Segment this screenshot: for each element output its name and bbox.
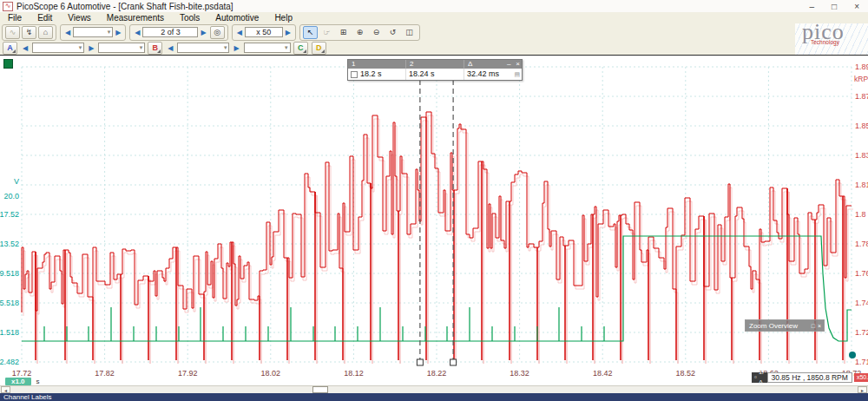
zoom-undo-button[interactable]: ↺ [385,26,400,39]
x-axis-tick-label: 18.42 [593,369,613,378]
channel-b-label: B [153,43,159,52]
menu-help[interactable]: Help [266,13,300,23]
scrollbar-thumb[interactable] [312,386,328,393]
buffer-indicator[interactable]: 2 of 3 [142,27,198,37]
toolbar-group-notes: ◀ ▾ ▶ [60,24,126,41]
left-axis-unit: V [14,177,19,186]
menu-automotive[interactable]: Automotive [207,13,266,23]
buffer-next-button[interactable]: ▶ [198,27,208,38]
channel-b-button[interactable]: B [148,42,162,55]
main-toolbar: ∿ ↯ ⌂ ◀ ▾ ▶ ◀ 2 of 3 ▶ ◎ ◀ x 50 ▶ ↖ ☞ ⊞ … [0,23,868,41]
right-axis-tick-label: 1.818 [855,181,868,189]
cursor-tool-button[interactable]: ↖ [303,26,318,39]
waveform-area[interactable]: 17.7217.8217.9218.0218.1218.2218.3218.42… [0,56,868,385]
window-title: PicoScope 6 Automotive - [Crank Shaft Fi… [16,2,233,11]
time-multiplier-badge: x1.0 [5,378,31,385]
zoom-overview-popup[interactable]: Zoom Overview □ × [745,319,825,332]
ruler-1-value-cell: 18.2 s [348,69,406,80]
left-axis-tick-label: 5.518 [0,299,19,307]
left-axis-tick-label: 1.518 [0,328,19,337]
buffer-prev-button[interactable]: ◀ [132,27,142,38]
zoom-overview-close-icon[interactable]: × [818,323,821,329]
zoom-in-button[interactable]: ⊕ [352,26,367,39]
channel-b-range-dropdown[interactable]: ▾ [177,43,229,53]
restore-button[interactable]: □ [832,2,837,11]
right-axis-tick-label: 1.836 [855,151,868,160]
delta-symbol: Δ [468,60,472,69]
waveform-plot[interactable]: 17.7217.8217.9218.0218.1218.2218.3218.42… [0,56,868,385]
zoom-factor-prev-button[interactable]: ◀ [234,27,245,38]
ruler-box-minimize-button[interactable]: – [505,60,512,69]
zoom-factor-next-button[interactable]: ▶ [283,27,293,38]
left-axis-tick-label: 13.52 [0,240,19,248]
horizontal-scrollbar[interactable]: ◂ ▸ [0,385,868,393]
notes-dropdown[interactable]: ▾ [73,27,113,37]
notes-next-button[interactable]: ▶ [113,27,123,38]
channel-a-range-down[interactable]: ◀ [20,43,30,54]
right-axis-tick-label: 1.8 [855,210,866,219]
zoom-overview-restore-icon[interactable]: □ [812,323,815,329]
channel-b-coupling-dropdown[interactable]: ▾ [244,43,291,53]
close-button[interactable]: × [854,2,859,11]
right-axis-tick-label: 1.872 [855,92,868,101]
waveform-view-button[interactable]: ∿ [5,26,20,39]
app-icon: ∿ [3,2,13,11]
channel-c-button[interactable]: C [293,42,308,55]
ruler-box-header: 1 2 Δ – × [348,60,522,69]
notes-prev-button[interactable]: ◀ [62,27,73,38]
connect-device-button[interactable]: ↯ [22,26,36,39]
toolbar-group-tools: ↖ ☞ ⊞ ⊕ ⊖ ↺ ◫ [299,24,420,41]
ruler-link-icon: ▤ [514,69,520,80]
right-axis-tick-label: 1.764 [855,269,868,278]
channel-b-range-down[interactable]: ◀ [165,43,175,54]
menu-file[interactable]: File [0,13,30,23]
hand-pan-tool-button[interactable]: ☞ [319,26,334,39]
scroll-right-button[interactable]: ▸ [858,386,867,393]
ruler-handle-1[interactable] [417,359,423,365]
chevron-down-icon: ▾ [108,29,111,36]
menu-edit[interactable]: Edit [30,13,60,23]
menu-bar: File Edit Views Measurements Tools Autom… [0,12,868,24]
ruler-measurement-box[interactable]: 1 2 Δ – × 18.2 s 18.24 s 32.42 ms ▤ [347,59,523,81]
right-axis-tick-label: 1.89 [855,62,868,71]
channel-a-coupling-dropdown[interactable]: ▾ [98,43,145,53]
right-axis-tick-label: 1.71 [855,358,868,366]
frequency-rpm-readout: 30.85 Hz , 1850.8 RPM [767,372,852,383]
zoom-factor-value: x 50 [256,28,271,36]
channel-c-label: C [298,43,304,52]
pico-logo: pico Technology [795,23,868,55]
x-axis-tick-label: 18.32 [510,369,529,378]
buffer-navigator-button[interactable]: ◎ [210,26,225,39]
marquee-zoom-button[interactable]: ⊞ [336,26,351,39]
zoom-out-button[interactable]: ⊖ [369,26,384,39]
chevron-down-icon: ▾ [140,44,143,51]
menu-views[interactable]: Views [60,13,99,23]
zoom-overview-tool-button[interactable]: ◫ [402,26,417,39]
right-axis-tick-label: 1.728 [855,328,868,337]
channel-a-range-up[interactable]: ▶ [86,43,96,54]
menu-measurements[interactable]: Measurements [99,13,172,23]
minimize-button[interactable]: – [810,2,815,11]
time-axis-unit: x1.0 s [5,378,40,385]
channel-labels-bar[interactable]: Channel Labels [0,393,868,401]
ruler-select-checkbox[interactable] [351,71,358,78]
zoom-factor-dropdown[interactable]: x 50 [245,27,283,37]
channel-d-button[interactable]: D [312,42,326,55]
chevron-down-icon: ▾ [224,44,227,51]
channel-b-range-up[interactable]: ▶ [231,43,241,54]
menu-tools[interactable]: Tools [172,13,207,23]
ruler-handle-2[interactable] [450,359,457,365]
ruler-box-close-button[interactable]: × [514,60,522,69]
channel-indicator-square [3,59,13,69]
toolbar-group-buffer: ◀ 2 of 3 ▶ ◎ [129,24,227,41]
channel-a-range-dropdown[interactable]: ▾ [32,43,84,53]
ruler-legend-icon: ▫ [754,372,757,383]
channel-a-label: A [7,43,13,52]
left-axis-tick-label: 20.0 [3,192,19,200]
scroll-left-button[interactable]: ◂ [1,386,10,393]
channel-a-button[interactable]: A [3,42,17,55]
zoom-overview-title: Zoom Overview [746,322,812,330]
home-button[interactable]: ⌂ [38,26,53,39]
x-axis-tick-label: 17.82 [95,369,115,378]
trigger-marker[interactable] [849,352,856,358]
